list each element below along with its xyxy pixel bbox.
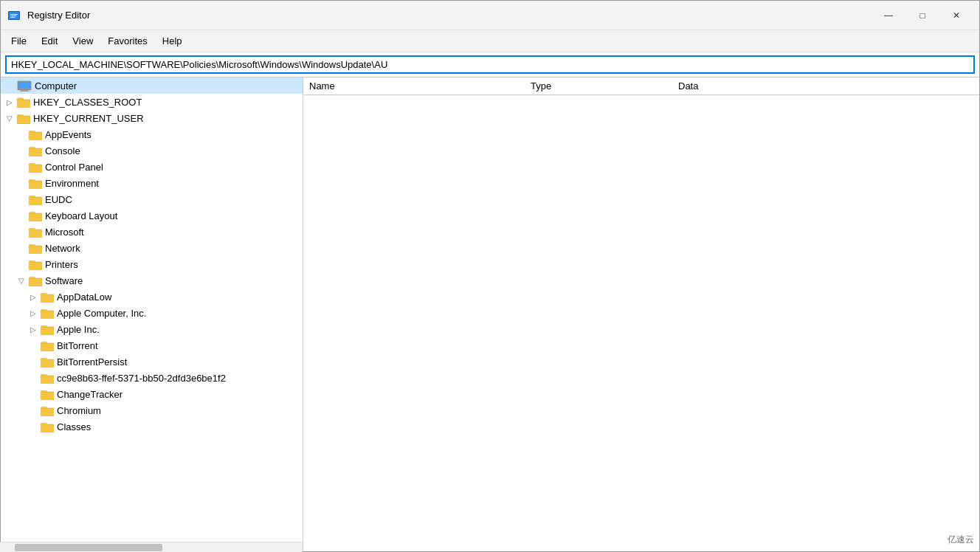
tree-label: HKEY_CURRENT_USER bbox=[33, 113, 144, 124]
registry-editor-window: Registry Editor — □ ✕ File Edit View Fav… bbox=[0, 0, 980, 552]
folder-icon bbox=[29, 259, 42, 270]
expand-icon bbox=[15, 145, 27, 156]
folder-icon bbox=[29, 227, 42, 238]
svg-rect-12 bbox=[17, 116, 30, 124]
horizontal-scrollbar[interactable] bbox=[0, 542, 303, 552]
tree-item-appevents[interactable]: AppEvents bbox=[1, 126, 303, 142]
close-button[interactable]: ✕ bbox=[939, 5, 973, 26]
folder-icon bbox=[29, 210, 42, 221]
svg-rect-4 bbox=[10, 17, 15, 18]
tree-item-console[interactable]: Console bbox=[1, 142, 303, 159]
expand-icon bbox=[4, 80, 15, 92]
tree-item-classes[interactable]: Classes bbox=[1, 418, 303, 435]
menu-favorites[interactable]: Favorites bbox=[100, 32, 154, 49]
expand-icon bbox=[15, 161, 27, 173]
maximize-button[interactable]: □ bbox=[905, 5, 939, 26]
expand-icon bbox=[27, 421, 39, 432]
computer-icon bbox=[17, 80, 32, 92]
svg-rect-66 bbox=[41, 410, 54, 416]
svg-rect-8 bbox=[20, 91, 29, 92]
tree-item-hkey-classes-root[interactable]: ▷ HKEY_CLASSES_ROOT bbox=[1, 94, 303, 110]
tree-item-bittorrent[interactable]: BitTorrent bbox=[1, 337, 303, 353]
right-panel: Name Type Data bbox=[303, 77, 979, 551]
address-bar bbox=[1, 52, 979, 77]
tree-item-eudc[interactable]: EUDC bbox=[1, 191, 303, 207]
tree-item-environment[interactable]: Environment bbox=[1, 175, 303, 191]
folder-open-icon bbox=[17, 113, 30, 124]
tree-item-printers[interactable]: Printers bbox=[1, 256, 303, 272]
tree-item-bittorrentpersist[interactable]: BitTorrentPersist bbox=[1, 353, 303, 370]
svg-rect-11 bbox=[17, 101, 30, 108]
col-header-name: Name bbox=[309, 80, 531, 92]
folder-icon bbox=[29, 194, 42, 205]
folder-icon bbox=[41, 308, 54, 319]
folder-icon bbox=[41, 373, 54, 384]
tree-item-chromium[interactable]: Chromium bbox=[1, 402, 303, 418]
tree-label: AppDataLow bbox=[57, 291, 111, 303]
svg-rect-51 bbox=[41, 328, 54, 335]
expand-icon bbox=[27, 339, 39, 351]
svg-rect-69 bbox=[41, 426, 54, 432]
expand-icon bbox=[15, 177, 27, 189]
expand-icon bbox=[15, 210, 27, 221]
scrollbar-thumb bbox=[15, 544, 162, 551]
tree-label: Keyboard Layout bbox=[45, 210, 117, 221]
menu-view[interactable]: View bbox=[65, 32, 100, 49]
menu-bar: File Edit View Favorites Help bbox=[1, 30, 979, 52]
tree-label: Software bbox=[45, 275, 83, 286]
folder-icon bbox=[41, 356, 54, 368]
tree-label: Console bbox=[45, 145, 80, 156]
menu-edit[interactable]: Edit bbox=[34, 32, 65, 49]
tree-item-hkey-current-user[interactable]: ▽ HKEY_CURRENT_USER bbox=[1, 110, 303, 126]
tree-item-microsoft[interactable]: Microsoft bbox=[1, 224, 303, 240]
tree-label: AppEvents bbox=[45, 129, 92, 140]
svg-rect-6 bbox=[18, 82, 30, 89]
svg-rect-25 bbox=[29, 182, 42, 189]
folder-icon bbox=[41, 421, 54, 432]
expand-icon: ▷ bbox=[4, 96, 15, 108]
tree-item-network[interactable]: Network bbox=[1, 240, 303, 256]
folder-icon bbox=[41, 340, 54, 351]
minimize-button[interactable]: — bbox=[872, 5, 905, 26]
tree-label: BitTorrentPersist bbox=[57, 356, 127, 368]
svg-rect-45 bbox=[41, 296, 54, 303]
tree-panel[interactable]: Computer ▷ HKEY_CLASSES_ROOT ▽ bbox=[1, 77, 303, 551]
tree-item-changetracker[interactable]: ChangeTracker bbox=[1, 386, 303, 402]
expand-icon bbox=[15, 128, 27, 140]
menu-help[interactable]: Help bbox=[155, 32, 190, 49]
title-bar-controls: — □ ✕ bbox=[872, 5, 973, 26]
tree-item-software[interactable]: ▽ Software bbox=[1, 272, 303, 289]
folder-icon bbox=[41, 324, 54, 335]
col-header-type: Type bbox=[531, 80, 678, 92]
tree-label: Microsoft bbox=[45, 227, 84, 238]
expand-icon bbox=[27, 372, 39, 384]
tree-label: Chromium bbox=[57, 405, 101, 416]
tree-item-computer[interactable]: Computer bbox=[1, 77, 303, 94]
svg-rect-54 bbox=[41, 345, 54, 351]
expand-icon bbox=[15, 242, 27, 254]
main-content: Computer ▷ HKEY_CLASSES_ROOT ▽ bbox=[1, 77, 979, 551]
expand-icon: ▽ bbox=[4, 112, 15, 124]
tree-item-apple-inc[interactable]: ▷ Apple Inc. bbox=[1, 321, 303, 337]
tree-label: Apple Inc. bbox=[57, 324, 100, 335]
svg-rect-57 bbox=[41, 361, 54, 368]
tree-item-control-panel[interactable]: Control Panel bbox=[1, 159, 303, 175]
address-input[interactable] bbox=[5, 55, 975, 74]
svg-rect-40 bbox=[29, 263, 42, 270]
folder-icon bbox=[29, 162, 42, 173]
svg-rect-19 bbox=[29, 150, 42, 156]
svg-rect-48 bbox=[41, 312, 54, 319]
col-header-data: Data bbox=[678, 80, 973, 92]
title-bar: Registry Editor — □ ✕ bbox=[1, 1, 979, 30]
menu-file[interactable]: File bbox=[4, 32, 34, 49]
tree-item-keyboard-layout[interactable]: Keyboard Layout bbox=[1, 207, 303, 224]
tree-item-cc9e8b63[interactable]: cc9e8b63-ffef-5371-bb50-2dfd3e6be1f2 bbox=[1, 370, 303, 386]
tree-label: EUDC bbox=[45, 194, 72, 205]
tree-item-appdatalow[interactable]: ▷ AppDataLow bbox=[1, 289, 303, 305]
svg-rect-63 bbox=[41, 393, 54, 400]
tree-item-apple-computer[interactable]: ▷ Apple Computer, Inc. bbox=[1, 305, 303, 321]
folder-icon bbox=[41, 291, 54, 303]
expand-icon: ▷ bbox=[27, 323, 39, 335]
tree-label: HKEY_CLASSES_ROOT bbox=[33, 97, 142, 108]
tree-label: BitTorrent bbox=[57, 340, 98, 351]
